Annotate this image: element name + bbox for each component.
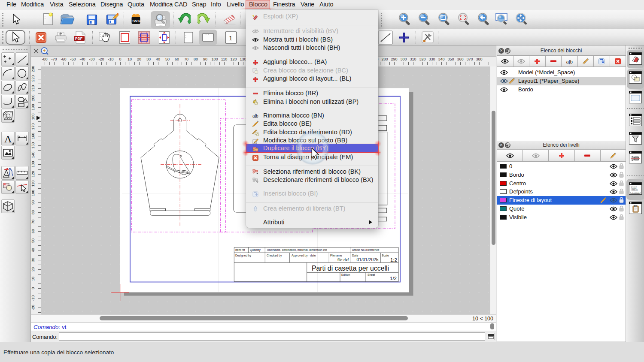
- svg-text:Parti di casetta per uccelli: Parti di casetta per uccelli: [312, 265, 389, 272]
- svg-text:Edition: Edition: [341, 273, 350, 276]
- svg-text:b: b: [256, 114, 258, 118]
- svg-text:a: a: [252, 114, 255, 118]
- svg-text:Item ref: Item ref: [235, 248, 245, 251]
- svg-text:Sheet: Sheet: [368, 273, 375, 276]
- svg-text:Title/Name, destination, mater: Title/Name, destination, material, dimen…: [267, 248, 327, 251]
- svg-text:Quantity: Quantity: [250, 248, 261, 252]
- svg-text:01/01/2025: 01/01/2025: [357, 257, 379, 262]
- svg-text:A: A: [4, 133, 12, 145]
- svg-text:Checked by: Checked by: [267, 254, 282, 257]
- svg-text:1:2: 1:2: [390, 257, 397, 262]
- svg-text:Approved by - date: Approved by - date: [292, 254, 316, 257]
- svg-text:PDF: PDF: [75, 36, 82, 41]
- svg-text:1/2: 1/2: [390, 276, 397, 281]
- svg-text:C_command: C_command: [632, 192, 639, 194]
- svg-text:Date: Date: [352, 254, 358, 257]
- svg-text:Designed by: Designed by: [235, 254, 252, 257]
- svg-text:Lanteds farm: Lanteds farm: [631, 190, 638, 192]
- svg-text:SVG: SVG: [132, 19, 140, 23]
- svg-text:file.dxf: file.dxf: [337, 258, 349, 262]
- svg-text:Filename: Filename: [330, 254, 342, 257]
- svg-text:1: 1: [229, 34, 232, 42]
- svg-text:Article No./Reference: Article No./Reference: [352, 248, 380, 251]
- svg-text:Scale: Scale: [382, 254, 389, 257]
